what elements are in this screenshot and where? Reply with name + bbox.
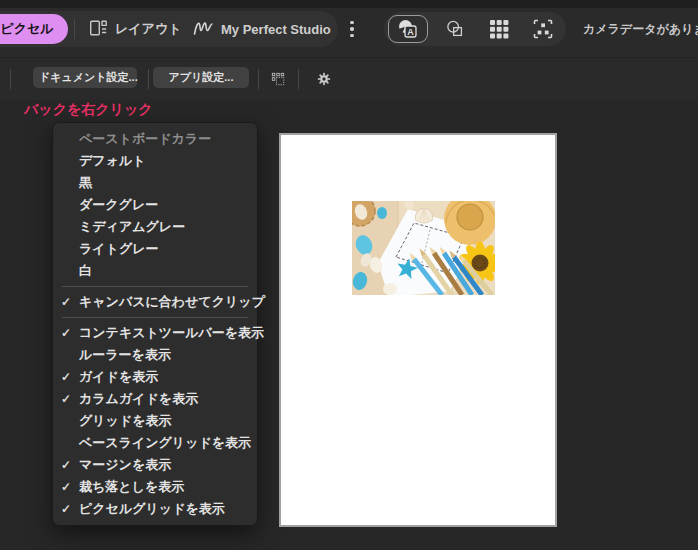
- menu-item[interactable]: ルーラーを表示: [53, 344, 257, 366]
- margins-grid-icon[interactable]: [265, 66, 291, 92]
- overflow-menu-button[interactable]: [344, 15, 360, 43]
- separator: [298, 69, 299, 89]
- menu-item-label: 白: [79, 263, 92, 278]
- menu-item[interactable]: ライトグレー: [53, 238, 257, 260]
- settings-toolbar: ドキュメント設定... アプリ設定...: [0, 57, 698, 100]
- separator: [148, 69, 149, 89]
- checkmark-icon: ✓: [61, 366, 77, 388]
- menu-item-label: ペーストボードカラー: [79, 131, 211, 146]
- separator: [258, 69, 259, 89]
- document-settings-button[interactable]: ドキュメント設定...: [33, 67, 137, 88]
- menu-item-label: ダークグレー: [79, 197, 158, 212]
- circle-boxed-a-icon[interactable]: A: [388, 15, 428, 43]
- context-menu: ペーストボードカラー デフォルト 黒 ダークグレー ミディアムグレー ライトグレ…: [52, 122, 258, 526]
- view-toggle-group: A: [384, 12, 566, 46]
- checkmark-icon: ✓: [61, 291, 77, 313]
- menu-item[interactable]: 白: [53, 260, 257, 282]
- menu-item-label: ピクセルグリッドを表示: [79, 501, 225, 516]
- svg-text:A: A: [407, 27, 414, 37]
- checkmark-icon: ✓: [61, 498, 77, 520]
- gear-icon[interactable]: [311, 66, 337, 92]
- persona-label: My Perfect Studio: [221, 22, 331, 37]
- menu-item-label: ミディアムグレー: [79, 219, 185, 234]
- menu-item: ペーストボードカラー: [53, 128, 257, 150]
- menu-item-label: 黒: [79, 175, 92, 190]
- app-settings-button[interactable]: アプリ設定...: [153, 67, 249, 88]
- menu-item-label: キャンバスに合わせてクリップ: [79, 294, 265, 309]
- persona-switcher: ピクセル レイアウト My Perfect Studio: [0, 11, 338, 47]
- canvas-area[interactable]: バックを右クリック ペーストボードカラー デフォルト 黒 ダークグレー ミディア…: [0, 100, 698, 550]
- document-page[interactable]: [281, 135, 555, 525]
- menu-item[interactable]: ✓ カラムガイドを表示: [53, 388, 257, 410]
- menu-item[interactable]: ✓ キャンバスに合わせてクリップ: [53, 291, 257, 313]
- checkmark-icon: ✓: [61, 454, 77, 476]
- persona-label: レイアウト: [115, 20, 182, 38]
- menu-item[interactable]: ベースライングリッドを表示: [53, 432, 257, 454]
- summer-flatlay-photo[interactable]: [352, 201, 495, 295]
- menu-item[interactable]: ✓ マージンを表示: [53, 454, 257, 476]
- menu-separator: [62, 286, 248, 287]
- scribble-m-icon: [192, 18, 214, 41]
- persona-label: ピクセル: [0, 20, 53, 38]
- menu-item-label: ベースライングリッドを表示: [79, 435, 251, 450]
- menu-item-label: 裁ち落としを表示: [79, 479, 184, 494]
- persona-tab-layout[interactable]: レイアウト: [80, 14, 190, 44]
- separator: [74, 19, 75, 39]
- menu-item[interactable]: デフォルト: [53, 150, 257, 172]
- grid-3x3-icon[interactable]: [482, 15, 516, 43]
- persona-tab-pixel[interactable]: ピクセル: [0, 14, 68, 44]
- menu-item-label: グリッドを表示: [79, 413, 172, 428]
- status-text: カメラデータがありません: [583, 21, 698, 38]
- menu-item[interactable]: ✓ ピクセルグリッドを表示: [53, 498, 257, 520]
- menu-separator: [62, 317, 248, 318]
- circle-square-overlap-icon[interactable]: [438, 15, 472, 43]
- menu-item-label: コンテキストツールバーを表示: [79, 325, 264, 340]
- menu-item[interactable]: ✓ 裁ち落としを表示: [53, 476, 257, 498]
- snap-corners-icon[interactable]: [526, 15, 560, 43]
- annotation-text: バックを右クリック: [24, 101, 153, 119]
- menu-item[interactable]: ミディアムグレー: [53, 216, 257, 238]
- top-toolbar: ピクセル レイアウト My Perfect Studio A: [0, 0, 698, 57]
- menu-item-label: ルーラーを表示: [79, 347, 171, 362]
- menu-item[interactable]: ✓ ガイドを表示: [53, 366, 257, 388]
- checkmark-icon: ✓: [61, 476, 77, 498]
- separator: [10, 69, 11, 89]
- layout-icon: [88, 18, 108, 41]
- menu-item-label: デフォルト: [79, 153, 146, 168]
- persona-tab-my-perfect-studio[interactable]: My Perfect Studio: [184, 14, 339, 44]
- menu-item[interactable]: ✓ コンテキストツールバーを表示: [53, 322, 257, 344]
- menu-item[interactable]: ダークグレー: [53, 194, 257, 216]
- window-top-strip: [0, 0, 698, 8]
- menu-item-label: ライトグレー: [79, 241, 159, 256]
- menu-item-label: マージンを表示: [79, 457, 171, 472]
- menu-item-label: カラムガイドを表示: [79, 391, 198, 406]
- menu-item[interactable]: 黒: [53, 172, 257, 194]
- menu-item-label: ガイドを表示: [79, 369, 158, 384]
- checkmark-icon: ✓: [61, 388, 77, 410]
- menu-item[interactable]: グリッドを表示: [53, 410, 257, 432]
- checkmark-icon: ✓: [61, 322, 77, 344]
- app-window: ピクセル レイアウト My Perfect Studio A: [0, 0, 698, 550]
